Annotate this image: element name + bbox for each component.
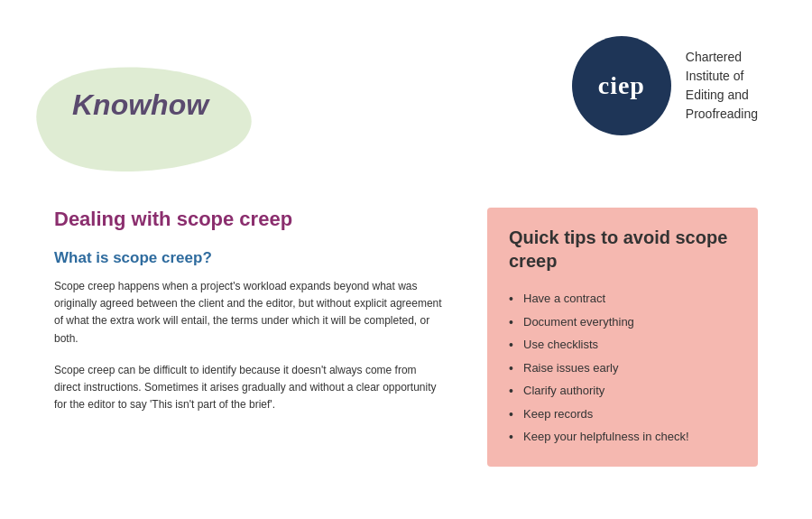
list-item: Document everything	[509, 310, 736, 334]
tips-list: Have a contract Document everything Use …	[509, 287, 736, 449]
ciep-org-line4: Proofreading	[686, 105, 758, 124]
list-item: Raise issues early	[509, 357, 736, 380]
paragraph-1: Scope creep happens when a project's wor…	[54, 278, 442, 348]
list-item: Use checklists	[509, 333, 736, 357]
paragraph-2: Scope creep can be difficult to identify…	[54, 362, 442, 414]
left-column: Dealing with scope creep What is scope c…	[54, 208, 442, 519]
tips-title: Quick tips to avoid scope creep	[509, 226, 736, 273]
ciep-org-line2: Institute of	[686, 67, 758, 86]
ciep-logo-text: ciep	[598, 71, 645, 100]
list-item: Clarify authority	[509, 379, 736, 403]
tips-box: Quick tips to avoid scope creep Have a c…	[487, 208, 758, 467]
ciep-org-line1: Chartered	[686, 48, 758, 67]
list-item: Have a contract	[509, 287, 736, 310]
section-subtitle: What is scope creep?	[54, 249, 442, 267]
right-column: Quick tips to avoid scope creep Have a c…	[487, 208, 758, 519]
main-title: Dealing with scope creep	[54, 208, 442, 231]
knowhow-label: Knowhow	[72, 88, 208, 122]
ciep-logo-area: ciep Chartered Institute of Editing and …	[572, 36, 758, 135]
main-content: Dealing with scope creep What is scope c…	[0, 208, 812, 519]
ciep-org-line3: Editing and	[686, 86, 758, 105]
list-item: Keep your helpfulness in check!	[509, 425, 736, 449]
list-item: Keep records	[509, 403, 736, 426]
ciep-org-name: Chartered Institute of Editing and Proof…	[686, 48, 758, 124]
ciep-logo-circle: ciep	[572, 36, 671, 135]
